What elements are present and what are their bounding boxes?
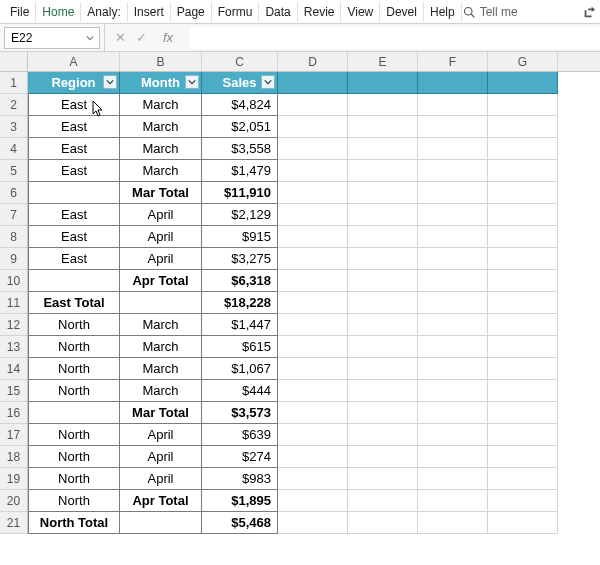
cell-sales[interactable]: $1,447 (202, 314, 278, 336)
cell[interactable] (348, 490, 418, 512)
row-header[interactable]: 3 (0, 116, 27, 138)
cell[interactable] (488, 182, 558, 204)
cell-month[interactable]: April (120, 204, 202, 226)
cell[interactable] (418, 424, 488, 446)
cell-month[interactable]: March (120, 94, 202, 116)
filter-icon[interactable] (185, 75, 199, 89)
cell[interactable] (418, 468, 488, 490)
row-header[interactable]: 17 (0, 424, 27, 446)
cell[interactable] (348, 468, 418, 490)
cell-month[interactable] (120, 292, 202, 314)
row-header[interactable]: 5 (0, 160, 27, 182)
cell[interactable] (278, 94, 348, 116)
cell[interactable] (488, 468, 558, 490)
row-header[interactable]: 2 (0, 94, 27, 116)
cell-region[interactable]: East (28, 226, 120, 248)
row-header[interactable]: 15 (0, 380, 27, 402)
cell[interactable] (488, 424, 558, 446)
cell[interactable] (488, 94, 558, 116)
cell[interactable] (418, 380, 488, 402)
cancel-icon[interactable]: ✕ (115, 30, 126, 45)
cell-sales[interactable]: $1,895 (202, 490, 278, 512)
cell-sales[interactable]: $11,910 (202, 182, 278, 204)
cell[interactable] (348, 336, 418, 358)
cell[interactable] (278, 424, 348, 446)
cell-month[interactable]: Apr Total (120, 270, 202, 292)
cell-region[interactable]: North (28, 468, 120, 490)
column-header-c[interactable]: C (202, 52, 278, 71)
cell[interactable] (348, 292, 418, 314)
cell[interactable] (278, 248, 348, 270)
cell[interactable] (418, 160, 488, 182)
ribbon-tab-page[interactable]: Page (171, 2, 212, 22)
cell[interactable] (418, 270, 488, 292)
column-header-d[interactable]: D (278, 52, 348, 71)
cell[interactable] (418, 292, 488, 314)
cell[interactable] (278, 380, 348, 402)
cell[interactable] (278, 292, 348, 314)
cell[interactable] (278, 402, 348, 424)
cell-region[interactable] (28, 182, 120, 204)
cell-region[interactable]: East (28, 160, 120, 182)
cell[interactable] (418, 182, 488, 204)
cell-region[interactable]: East (28, 94, 120, 116)
cell[interactable] (278, 160, 348, 182)
cell-sales[interactable]: $983 (202, 468, 278, 490)
cell[interactable] (418, 116, 488, 138)
cell-sales[interactable]: $3,275 (202, 248, 278, 270)
cell[interactable] (278, 116, 348, 138)
cell-sales[interactable]: $2,051 (202, 116, 278, 138)
cell[interactable] (418, 358, 488, 380)
cell[interactable] (488, 490, 558, 512)
cell-sales[interactable]: $444 (202, 380, 278, 402)
ribbon-tab-developer[interactable]: Devel (380, 2, 424, 22)
cell-sales[interactable]: $274 (202, 446, 278, 468)
row-header[interactable]: 4 (0, 138, 27, 160)
ribbon-tab-analyze[interactable]: Analy: (81, 2, 127, 22)
column-header-b[interactable]: B (120, 52, 202, 71)
cell[interactable] (488, 72, 558, 94)
cell-month[interactable]: April (120, 446, 202, 468)
cell[interactable] (348, 512, 418, 534)
cell[interactable] (278, 182, 348, 204)
cell[interactable] (418, 204, 488, 226)
ribbon-tab-insert[interactable]: Insert (128, 2, 171, 22)
cell-region[interactable]: East (28, 204, 120, 226)
cell[interactable] (418, 336, 488, 358)
cell-region[interactable]: East (28, 248, 120, 270)
row-header[interactable]: 14 (0, 358, 27, 380)
cell-month[interactable]: March (120, 116, 202, 138)
cell-region[interactable]: North (28, 490, 120, 512)
cell-region[interactable]: North Total (28, 512, 120, 534)
ribbon-tab-home[interactable]: Home (36, 2, 81, 22)
cell-month[interactable]: March (120, 138, 202, 160)
cell-month[interactable]: March (120, 336, 202, 358)
ribbon-tab-help[interactable]: Help (424, 2, 462, 22)
cell-region[interactable] (28, 402, 120, 424)
cell-sales[interactable]: $4,824 (202, 94, 278, 116)
cell[interactable] (488, 380, 558, 402)
row-header[interactable]: 11 (0, 292, 27, 314)
cell[interactable] (278, 446, 348, 468)
row-header[interactable]: 7 (0, 204, 27, 226)
ribbon-tab-file[interactable]: File (4, 2, 36, 22)
cell-month[interactable]: March (120, 314, 202, 336)
header-month[interactable]: Month (120, 72, 202, 94)
row-header[interactable]: 13 (0, 336, 27, 358)
ribbon-tab-review[interactable]: Revie (298, 2, 342, 22)
cell[interactable] (278, 336, 348, 358)
cell[interactable] (278, 72, 348, 94)
cell-sales[interactable]: $5,468 (202, 512, 278, 534)
cell[interactable] (348, 226, 418, 248)
cell[interactable] (418, 94, 488, 116)
cell-sales[interactable]: $1,067 (202, 358, 278, 380)
ribbon-tab-data[interactable]: Data (259, 2, 297, 22)
cell-region[interactable] (28, 270, 120, 292)
cell[interactable] (488, 226, 558, 248)
row-header[interactable]: 12 (0, 314, 27, 336)
cell-sales[interactable]: $3,573 (202, 402, 278, 424)
cell[interactable] (418, 314, 488, 336)
cell[interactable] (488, 512, 558, 534)
filter-icon[interactable] (261, 75, 275, 89)
cell-month[interactable]: March (120, 358, 202, 380)
